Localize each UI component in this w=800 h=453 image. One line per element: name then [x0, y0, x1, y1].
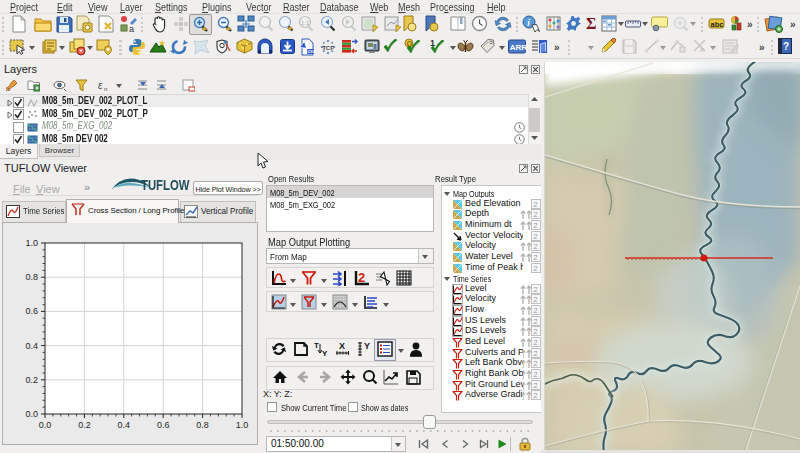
svg-text:0.4: 0.4: [118, 420, 131, 430]
svg-text:0.6: 0.6: [157, 420, 170, 430]
svg-text:?: ?: [783, 41, 789, 52]
svg-text:2: 2: [533, 221, 538, 230]
svg-text:T: T: [314, 341, 319, 350]
svg-text:2: 2: [533, 242, 538, 251]
svg-text:0.0: 0.0: [39, 420, 52, 430]
svg-text:2: 2: [533, 285, 538, 294]
svg-text:0.8: 0.8: [196, 420, 209, 430]
svg-text:2: 2: [533, 253, 538, 262]
svg-text:0.2: 0.2: [78, 420, 91, 430]
svg-text:2: 2: [533, 264, 538, 273]
svg-text:ARR: ARR: [510, 43, 526, 52]
svg-text:Y: Y: [364, 341, 370, 351]
svg-text:1:1: 1:1: [301, 20, 310, 26]
svg-text:2: 2: [533, 210, 538, 219]
svg-text:0.4: 0.4: [25, 341, 38, 351]
svg-text:2: 2: [533, 306, 538, 315]
svg-text:0.6: 0.6: [25, 306, 38, 316]
svg-text:2: 2: [533, 338, 538, 347]
svg-text:abc: abc: [711, 20, 724, 29]
svg-text:2: 2: [533, 370, 538, 379]
svg-text:TCF: TCF: [322, 45, 334, 51]
svg-text:0.8: 0.8: [25, 272, 38, 282]
svg-text:ε: ε: [98, 80, 103, 91]
svg-text:0.0: 0.0: [25, 409, 38, 419]
svg-text:2: 2: [533, 391, 538, 400]
svg-text:1.0: 1.0: [236, 420, 249, 430]
svg-text:2: 2: [533, 317, 538, 326]
svg-text:2: 2: [533, 349, 538, 358]
svg-text:2: 2: [533, 381, 538, 390]
svg-text:2: 2: [533, 359, 538, 368]
svg-text:n: n: [104, 86, 107, 92]
svg-text:2: 2: [358, 270, 365, 285]
svg-text:1.0: 1.0: [25, 238, 38, 248]
svg-text:X: X: [339, 341, 345, 351]
svg-text:0.2: 0.2: [25, 375, 38, 385]
svg-text:Σ: Σ: [586, 15, 596, 32]
svg-text:2: 2: [533, 295, 538, 304]
svg-text:a: a: [129, 24, 134, 33]
svg-text:csv: csv: [308, 49, 316, 54]
svg-text:2: 2: [533, 232, 538, 241]
svg-text:2: 2: [533, 327, 538, 336]
svg-text:2: 2: [533, 200, 538, 209]
svg-text:Y: Y: [322, 349, 328, 358]
